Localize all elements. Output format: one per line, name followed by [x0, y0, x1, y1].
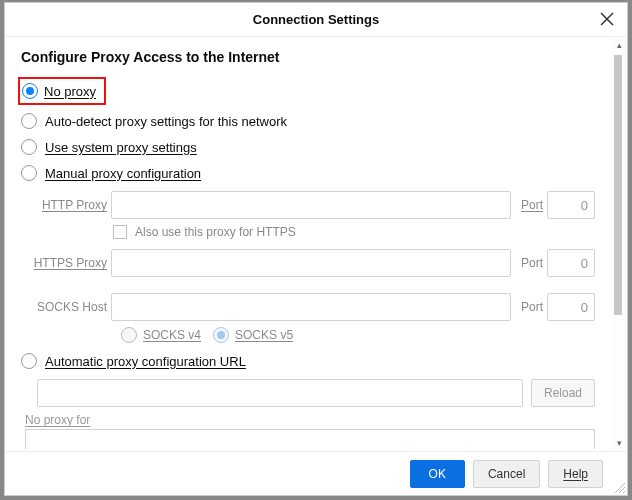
radio-autodetect-label: Auto-detect proxy settings for this netw… [45, 114, 287, 129]
radio-system[interactable] [21, 139, 37, 155]
https-proxy-input[interactable] [111, 249, 511, 277]
dialog-titlebar: Connection Settings [5, 3, 627, 37]
no-proxy-underline: No proxy [44, 84, 96, 99]
cancel-button[interactable]: Cancel [473, 460, 540, 488]
no-proxy-for-label: No proxy for [25, 413, 595, 427]
https-proxy-row: HTTPS Proxy Port [21, 249, 595, 277]
scroll-down-button[interactable]: ▾ [611, 435, 627, 451]
socks-port-input[interactable] [547, 293, 595, 321]
socks-version-row: SOCKS v4 SOCKS v5 [121, 327, 595, 343]
https-port-input[interactable] [547, 249, 595, 277]
scroll-up-button[interactable]: ▴ [611, 37, 627, 53]
help-button[interactable]: Help [548, 460, 603, 488]
acu-url-input[interactable] [37, 379, 523, 407]
http-proxy-row: HTTP Proxy Port [21, 191, 595, 219]
radio-system-label: Use system proxy settings [45, 140, 197, 155]
radio-manual[interactable] [21, 165, 37, 181]
no-proxy-highlight: No proxy [18, 77, 106, 105]
radio-socks-v4[interactable] [121, 327, 137, 343]
radio-autodetect[interactable] [21, 113, 37, 129]
vertical-scrollbar[interactable]: ▴ ▾ [611, 37, 627, 451]
dialog-title: Connection Settings [253, 12, 379, 27]
svg-line-4 [623, 491, 625, 493]
radio-socks-v4-label: SOCKS v4 [143, 328, 201, 342]
socks-v5-option[interactable]: SOCKS v5 [213, 327, 293, 343]
also-https-row[interactable]: Also use this proxy for HTTPS [113, 225, 595, 239]
also-https-label: Also use this proxy for HTTPS [135, 225, 296, 239]
radio-row-autodetect[interactable]: Auto-detect proxy settings for this netw… [21, 113, 595, 129]
http-port-input[interactable] [547, 191, 595, 219]
scroll-area: Configure Proxy Access to the Internet N… [5, 37, 611, 451]
socks-port-label: Port [515, 300, 543, 314]
radio-manual-label: Manual proxy configuration [45, 166, 201, 181]
radio-socks-v5-label: SOCKS v5 [235, 328, 293, 342]
http-port-label: Port [515, 198, 543, 212]
socks-host-input[interactable] [111, 293, 511, 321]
https-port-label: Port [515, 256, 543, 270]
dialog-footer: OK Cancel Help [5, 451, 627, 495]
http-proxy-input[interactable] [111, 191, 511, 219]
close-icon [600, 12, 614, 26]
also-https-checkbox[interactable] [113, 225, 127, 239]
radio-no-proxy-label: No proxy [44, 84, 96, 99]
close-button[interactable] [595, 7, 619, 31]
radio-row-acu[interactable]: Automatic proxy configuration URL [21, 353, 595, 369]
resize-grip-icon[interactable] [612, 480, 626, 494]
section-heading: Configure Proxy Access to the Internet [21, 49, 595, 65]
manual-proxy-section: HTTP Proxy Port Also use this proxy for … [21, 191, 595, 343]
dialog-body: Configure Proxy Access to the Internet N… [5, 37, 627, 451]
acu-url-row: Reload [37, 379, 595, 407]
radio-row-system[interactable]: Use system proxy settings [21, 139, 595, 155]
ok-button[interactable]: OK [410, 460, 465, 488]
socks-host-row: SOCKS Host Port [21, 293, 595, 321]
reload-button[interactable]: Reload [531, 379, 595, 407]
connection-settings-dialog: Connection Settings Configure Proxy Acce… [4, 2, 628, 496]
socks-v4-option[interactable]: SOCKS v4 [121, 327, 201, 343]
scroll-thumb[interactable] [614, 55, 622, 315]
no-proxy-for-input[interactable] [25, 429, 595, 449]
radio-no-proxy[interactable] [22, 83, 38, 99]
socks-host-label: SOCKS Host [21, 300, 107, 314]
radio-acu[interactable] [21, 353, 37, 369]
radio-row-manual[interactable]: Manual proxy configuration [21, 165, 595, 181]
https-proxy-label: HTTPS Proxy [21, 256, 107, 270]
http-proxy-label: HTTP Proxy [21, 198, 107, 212]
radio-socks-v5[interactable] [213, 327, 229, 343]
radio-acu-label: Automatic proxy configuration URL [45, 354, 246, 369]
